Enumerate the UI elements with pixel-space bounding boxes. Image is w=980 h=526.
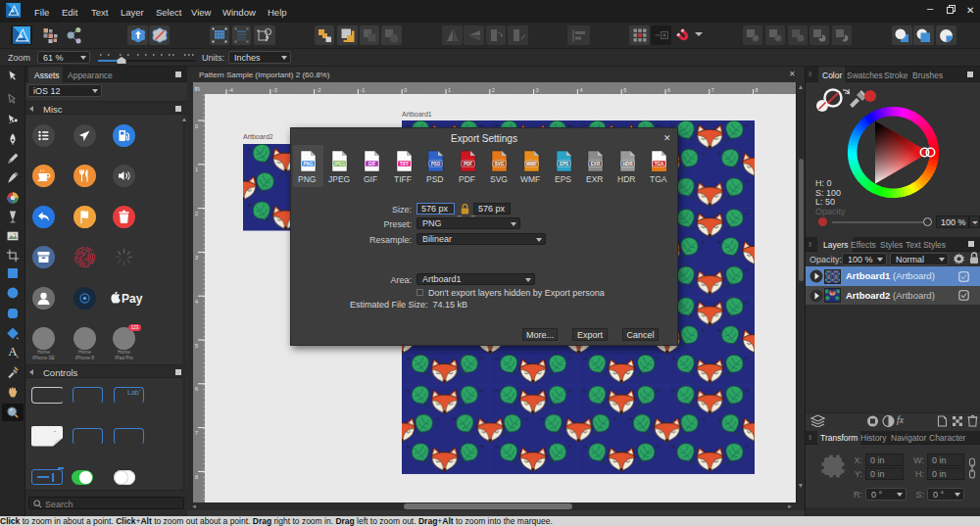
svg-text:1: 1 [448, 87, 451, 93]
svg-text:3: 3 [195, 255, 198, 261]
svg-text:2: 2 [492, 87, 495, 93]
svg-text:0: 0 [195, 123, 198, 129]
svg-text:7: 7 [711, 87, 714, 93]
svg-text:JPEG: JPEG [334, 162, 347, 167]
svg-text:TGA: TGA [655, 162, 664, 167]
svg-text:EPS: EPS [559, 162, 567, 167]
svg-text:6: 6 [195, 386, 198, 392]
svg-text:5: 5 [623, 87, 626, 93]
svg-text:3: 3 [536, 87, 539, 93]
svg-text:PNG: PNG [303, 162, 313, 167]
svg-text:8: 8 [756, 87, 759, 93]
svg-text:-2: -2 [317, 87, 321, 93]
svg-text:Pay: Pay [122, 292, 143, 306]
svg-text:8: 8 [195, 474, 198, 480]
svg-text:4: 4 [195, 299, 198, 305]
svg-text:A: A [9, 345, 18, 359]
svg-text:-4: -4 [228, 87, 233, 93]
svg-text:4: 4 [579, 87, 582, 93]
svg-text:1: 1 [195, 167, 198, 172]
svg-text:PDF: PDF [464, 162, 472, 167]
svg-text:HDR: HDR [622, 162, 633, 167]
svg-text:WMF: WMF [526, 162, 537, 167]
svg-text:5: 5 [195, 343, 198, 349]
svg-text:ˇ: ˇ [54, 430, 56, 436]
svg-text:GIF: GIF [368, 162, 376, 167]
svg-text:TIFF: TIFF [399, 162, 409, 167]
svg-text:6: 6 [667, 87, 670, 93]
svg-text:2: 2 [195, 211, 198, 216]
svg-text:-3: -3 [272, 87, 277, 93]
svg-text:7: 7 [195, 430, 198, 436]
svg-text:PSD: PSD [431, 162, 441, 167]
svg-text:-1: -1 [360, 87, 365, 93]
svg-text:EXR: EXR [591, 162, 601, 167]
svg-text:SVG: SVG [495, 162, 505, 167]
svg-text:0: 0 [404, 87, 407, 93]
